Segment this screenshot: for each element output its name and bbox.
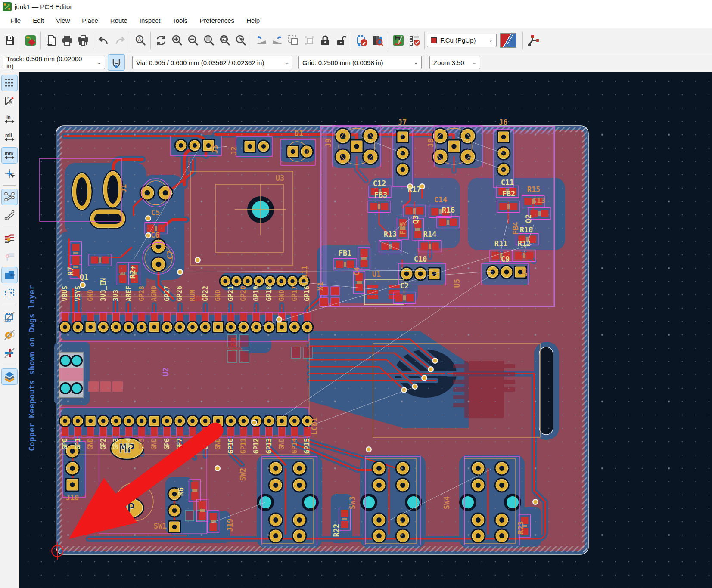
units-mm-toggle[interactable]: mm <box>1 147 18 164</box>
toolbar-separator <box>130 54 130 71</box>
zoom-out-button[interactable] <box>185 31 201 50</box>
rotate-cw-button[interactable] <box>269 31 285 50</box>
zone-filled-icon <box>4 269 15 281</box>
unlock-button[interactable] <box>333 31 349 50</box>
save-button[interactable] <box>2 31 18 50</box>
svg-text:in: in <box>6 115 11 120</box>
hide-pads-toggle[interactable] <box>1 327 18 343</box>
svg-text:θ: θ <box>9 101 12 105</box>
sidebar-separator <box>3 305 16 305</box>
grid-dots-icon <box>4 77 15 89</box>
print-icon <box>61 34 73 46</box>
zoom-value: Zoom 3.50 <box>433 59 464 66</box>
layer-selector-value: F.Cu (PgUp) <box>440 37 476 44</box>
menu-inspect[interactable]: Inspect <box>134 14 166 27</box>
curved-ratsnest-toggle[interactable] <box>1 207 18 223</box>
find-button[interactable]: A <box>132 31 148 50</box>
board-setup-button[interactable] <box>22 31 38 50</box>
footprint-editor-icon <box>356 34 368 46</box>
redo-icon <box>114 34 126 46</box>
hide-tracks-toggle[interactable] <box>1 345 18 361</box>
via-size-dropdown[interactable]: Via: 0.905 / 0.600 mm (0.03562 / 0.02362… <box>132 56 292 69</box>
units-inches-toggle[interactable]: in <box>1 111 18 127</box>
menu-file[interactable]: File <box>4 14 27 27</box>
left-options-toolbar: θr in mil mm <box>0 72 19 588</box>
layer-pair-indicator[interactable] <box>500 33 516 48</box>
svg-text:r: r <box>7 96 9 100</box>
units-mils-toggle[interactable]: mil <box>1 129 18 145</box>
zoom-selection-button[interactable] <box>233 31 249 50</box>
zoom-dropdown[interactable]: Zoom 3.50 ⌄ <box>429 56 480 69</box>
grid-dropdown[interactable]: Grid: 0.2500 mm (0.0098 in) ⌄ <box>298 56 422 69</box>
zoom-fit-page-button[interactable] <box>201 31 217 50</box>
grid-dots-toggle[interactable] <box>1 75 18 91</box>
undo-button[interactable] <box>96 31 112 50</box>
menu-preferences[interactable]: Preferences <box>193 14 240 27</box>
pcb-board-drawing: 2GND2GND2GND2GND2GND2GND2GND2GNDMPMP <box>19 72 712 588</box>
interactive-router-icon <box>527 34 539 46</box>
refresh-view-button[interactable] <box>153 31 169 50</box>
footprint-library-browser-button[interactable] <box>370 31 386 50</box>
units-mm-icon: mm <box>4 150 15 161</box>
rotate-cw-icon <box>271 34 283 46</box>
footprint-editor-button[interactable] <box>354 31 370 50</box>
plot-button[interactable] <box>75 31 91 50</box>
design-rules-check-button[interactable] <box>406 31 422 50</box>
plot-icon <box>77 34 89 46</box>
layers-manager-toggle[interactable] <box>1 368 18 385</box>
page-settings-button[interactable] <box>43 31 59 50</box>
unlock-icon <box>335 34 347 46</box>
zone-filled-mode-toggle[interactable] <box>1 267 18 283</box>
via-size-value: Via: 0.905 / 0.600 mm (0.03562 / 0.02362… <box>136 59 264 66</box>
crosshair-cursor-toggle[interactable] <box>1 165 18 182</box>
menu-edit[interactable]: Edit <box>27 14 50 27</box>
net-highlight-icon <box>4 233 15 244</box>
zoom-fit-objects-button[interactable] <box>217 31 233 50</box>
pcb-canvas[interactable]: 2GND2GND2GND2GND2GND2GND2GND2GNDMPMP <box>19 72 712 588</box>
save-icon <box>4 34 16 46</box>
print-button[interactable] <box>59 31 75 50</box>
zoom-fit-page-icon <box>203 34 215 46</box>
track-width-dropdown[interactable]: Track: 0.508 mm (0.02000 in) ⌄ <box>3 56 105 69</box>
redo-button[interactable] <box>112 31 127 50</box>
toolbar-separator <box>20 32 20 49</box>
sidebar-separator <box>3 227 16 227</box>
chevron-down-icon: ⌄ <box>469 60 476 65</box>
menu-route[interactable]: Route <box>104 14 134 27</box>
auto-track-width-toggle[interactable] <box>108 54 125 71</box>
canvas-note-text: Copper Keepouts shown on Dwgs layer <box>28 285 36 451</box>
menu-place[interactable]: Place <box>76 14 104 27</box>
ratsnest-icon <box>4 192 15 203</box>
ratsnest-visibility-toggle[interactable] <box>1 189 18 205</box>
pad-outline-mode-toggle[interactable] <box>1 249 18 265</box>
menu-view[interactable]: View <box>50 14 76 27</box>
main-toolbar: A F.Cu (PgUp) ⌄ <box>0 28 712 53</box>
group-button[interactable] <box>285 31 301 50</box>
undo-icon <box>98 34 110 46</box>
units-mils-icon: mil <box>4 132 15 143</box>
zoom-fit-objects-icon <box>219 34 231 46</box>
polar-coordinates-toggle[interactable]: θr <box>1 93 18 109</box>
ungroup-icon <box>303 34 315 46</box>
hide-footprints-toggle[interactable] <box>1 309 18 325</box>
zoom-selection-icon <box>235 34 247 46</box>
zone-outline-mode-toggle[interactable] <box>1 285 18 301</box>
ungroup-button[interactable] <box>301 31 317 50</box>
polar-coordinates-icon: θr <box>4 96 15 107</box>
rotate-ccw-button[interactable] <box>253 31 269 50</box>
net-highlight-toggle[interactable] <box>1 231 18 247</box>
toolbar-separator <box>388 32 388 49</box>
menu-help[interactable]: Help <box>240 14 266 27</box>
menu-tools[interactable]: Tools <box>166 14 193 27</box>
lock-icon <box>319 34 331 46</box>
layer-selector[interactable]: F.Cu (PgUp) ⌄ <box>427 34 497 47</box>
units-inches-icon: in <box>4 114 15 125</box>
lock-button[interactable] <box>317 31 333 50</box>
zoom-in-button[interactable] <box>169 31 185 50</box>
board-setup-icon <box>25 34 37 46</box>
interactive-router-button[interactable] <box>525 31 541 50</box>
update-pcb-from-schematic-button[interactable] <box>390 31 406 50</box>
toolbar-separator <box>424 32 425 49</box>
chevron-down-icon: ⌄ <box>94 60 101 65</box>
toolbar-separator <box>93 32 93 49</box>
